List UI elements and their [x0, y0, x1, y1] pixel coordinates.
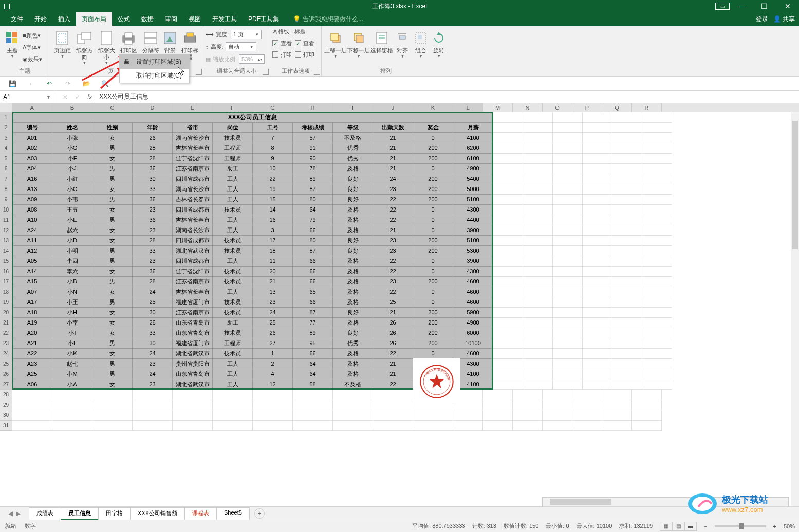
- cell[interactable]: 12: [253, 379, 293, 390]
- cell[interactable]: 等级: [333, 123, 373, 133]
- col-header-G[interactable]: G: [253, 103, 293, 112]
- headings-print[interactable]: 打印: [295, 49, 314, 60]
- cell[interactable]: 良好: [333, 174, 373, 184]
- cell[interactable]: 23: [373, 236, 413, 246]
- cell[interactable]: 4600: [453, 349, 493, 359]
- cell[interactable]: 66: [293, 225, 333, 236]
- tell-me[interactable]: 💡告诉我您想要做什么...: [293, 15, 363, 24]
- col-header-R[interactable]: R: [632, 103, 662, 112]
- view-layout[interactable]: ▤: [672, 522, 684, 531]
- cell[interactable]: 男: [92, 338, 133, 349]
- cell[interactable]: 28: [133, 236, 173, 246]
- cell[interactable]: 女: [92, 328, 133, 338]
- cell[interactable]: 工人: [213, 287, 253, 297]
- qat-save[interactable]: 💾: [7, 79, 17, 89]
- cell[interactable]: 湖南省长沙市: [173, 184, 213, 195]
- cell[interactable]: 小李: [52, 318, 92, 328]
- cell[interactable]: 工人: [213, 184, 253, 195]
- cell[interactable]: 200: [413, 308, 453, 318]
- cell[interactable]: 技术员: [213, 205, 253, 215]
- cell[interactable]: 26: [133, 133, 173, 143]
- cell[interactable]: A11: [12, 236, 52, 246]
- cell[interactable]: 及格: [333, 318, 373, 328]
- cell[interactable]: 22: [373, 379, 413, 390]
- row-header[interactable]: 31: [0, 421, 12, 431]
- table-row[interactable]: A16小红男30四川省成都市工人2289良好242005400: [12, 174, 791, 184]
- breaks-button[interactable]: 分隔符▼: [140, 28, 162, 59]
- cell[interactable]: 26: [373, 328, 413, 338]
- cell[interactable]: 3: [253, 225, 293, 236]
- cell[interactable]: 小D: [52, 236, 92, 246]
- table-row[interactable]: A12小明男33湖北省武汉市技术员1887良好232005300: [12, 246, 791, 256]
- cell[interactable]: 28: [133, 143, 173, 154]
- cell[interactable]: 80: [293, 195, 333, 205]
- cell[interactable]: 66: [293, 267, 333, 277]
- table-row[interactable]: A25小M男24山东省青岛市工人464及格214100: [12, 369, 791, 379]
- cell[interactable]: 小王: [52, 297, 92, 308]
- cell[interactable]: 女: [92, 133, 133, 143]
- table-row[interactable]: A13小C女33湖南省长沙市工人1987良好232005000: [12, 184, 791, 195]
- cell[interactable]: 4900: [453, 164, 493, 174]
- cell[interactable]: A17: [12, 297, 52, 308]
- cell[interactable]: 及格: [333, 215, 373, 225]
- cell[interactable]: 21: [373, 225, 413, 236]
- cell[interactable]: 64: [293, 369, 333, 379]
- cell[interactable]: 200: [413, 154, 453, 164]
- cell[interactable]: 技术员: [213, 236, 253, 246]
- cell[interactable]: 工人: [213, 359, 253, 369]
- cell[interactable]: 64: [293, 205, 333, 215]
- cell[interactable]: A02: [12, 143, 52, 154]
- cell[interactable]: 男: [92, 369, 133, 379]
- table-row[interactable]: XXX公司员工信息: [12, 112, 791, 123]
- cell[interactable]: 4: [253, 369, 293, 379]
- cell[interactable]: 及格: [333, 205, 373, 215]
- row-header[interactable]: 8: [0, 184, 12, 195]
- row-header[interactable]: 20: [0, 308, 12, 318]
- tab-view[interactable]: 视图: [183, 12, 207, 26]
- cell[interactable]: 7: [253, 133, 293, 143]
- cell[interactable]: 助工: [213, 164, 253, 174]
- cell[interactable]: 福建省厦门市: [173, 297, 213, 308]
- table-row[interactable]: A14李六女36辽宁省沈阳市技术员2066及格2204300: [12, 267, 791, 277]
- cell[interactable]: 及格: [333, 369, 373, 379]
- cell[interactable]: 工人: [213, 195, 253, 205]
- cell[interactable]: 技术员: [213, 133, 253, 143]
- vertical-scrollbar[interactable]: [791, 112, 799, 506]
- cell[interactable]: 8: [253, 143, 293, 154]
- cell[interactable]: 小G: [52, 143, 92, 154]
- table-row[interactable]: A05李四男23四川省成都市工人1166及格2203900: [12, 256, 791, 267]
- table-row[interactable]: [12, 390, 791, 400]
- cell[interactable]: 0: [413, 225, 453, 236]
- cell[interactable]: 23: [373, 277, 413, 287]
- cell[interactable]: 66: [293, 256, 333, 267]
- cell[interactable]: 21: [373, 308, 413, 318]
- cell[interactable]: 4600: [453, 297, 493, 308]
- cell[interactable]: 200: [413, 174, 453, 184]
- tab-pdf-tools[interactable]: PDF工具集: [243, 12, 285, 26]
- cell[interactable]: 2: [253, 359, 293, 369]
- col-header-N[interactable]: N: [513, 103, 543, 112]
- cell[interactable]: 湖北省武汉市: [173, 349, 213, 359]
- row-header[interactable]: 10: [0, 205, 12, 215]
- cell[interactable]: 湖南省长沙市: [173, 133, 213, 143]
- table-row[interactable]: A10小E男36吉林省长春市工人1679及格2204400: [12, 215, 791, 225]
- cell[interactable]: A13: [12, 184, 52, 195]
- cell[interactable]: 4300: [453, 205, 493, 215]
- cell[interactable]: 女: [92, 318, 133, 328]
- cell[interactable]: 福建省厦门市: [173, 338, 213, 349]
- row-header[interactable]: 18: [0, 287, 12, 297]
- scale-launcher[interactable]: [263, 69, 269, 75]
- cell[interactable]: 89: [293, 174, 333, 184]
- cell[interactable]: 23: [133, 379, 173, 390]
- tab-page-layout[interactable]: 页面布局: [76, 12, 112, 26]
- tab-home[interactable]: 开始: [29, 12, 52, 26]
- cell[interactable]: 0: [413, 267, 453, 277]
- col-header-J[interactable]: J: [373, 103, 413, 112]
- cell[interactable]: 30: [133, 308, 173, 318]
- cell[interactable]: 0: [413, 287, 453, 297]
- row-header[interactable]: 9: [0, 195, 12, 205]
- cell[interactable]: 工人: [213, 369, 253, 379]
- row-header[interactable]: 23: [0, 338, 12, 349]
- cell[interactable]: 65: [293, 287, 333, 297]
- cell[interactable]: 工人: [213, 379, 253, 390]
